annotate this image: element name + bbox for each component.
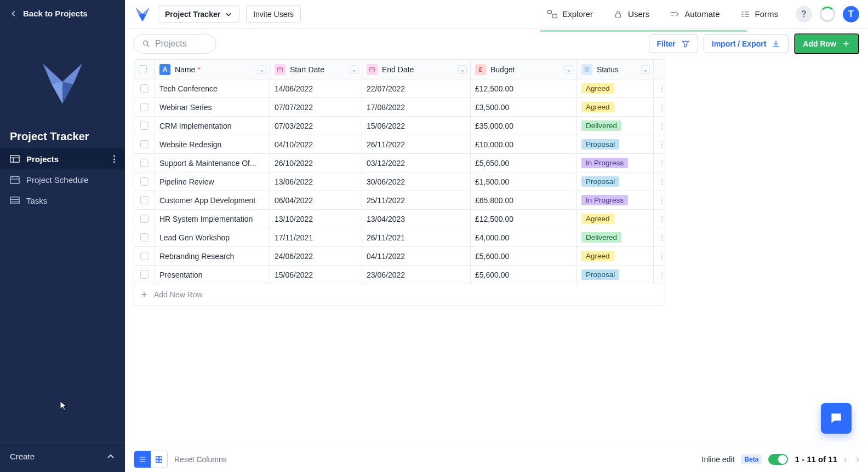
table-row[interactable]: CRM Implementation07/03/202215/06/2022£3… <box>134 117 665 135</box>
table-row[interactable]: Tech Conference14/06/202222/07/2022£12,5… <box>134 79 665 98</box>
search-input[interactable]: Projects <box>134 34 216 54</box>
row-menu[interactable]: ⋮ <box>654 172 665 191</box>
cell-budget[interactable]: £5,650.00 <box>471 154 577 172</box>
table-row[interactable]: Rebranding Research24/06/202204/11/2022£… <box>134 247 665 266</box>
cell-end-date[interactable]: 23/06/2022 <box>362 266 471 284</box>
cell-budget[interactable]: £12,500.00 <box>471 210 577 228</box>
row-menu[interactable]: ⋮ <box>654 191 665 210</box>
table-row[interactable]: HR System Implementation13/10/202213/04/… <box>134 210 665 228</box>
cell-budget[interactable]: £3,500.00 <box>471 98 577 117</box>
cell-start-date[interactable]: 04/10/2022 <box>270 135 362 154</box>
cell-status[interactable]: Proposal <box>577 172 654 191</box>
invite-users-button[interactable]: Invite Users <box>246 5 301 23</box>
cell-start-date[interactable]: 13/06/2022 <box>270 172 362 191</box>
cell-start-date[interactable]: 14/06/2022 <box>270 79 362 98</box>
row-menu[interactable]: ⋮ <box>654 210 665 228</box>
list-view-button[interactable] <box>134 451 151 468</box>
row-menu[interactable]: ⋮ <box>654 79 665 98</box>
cell-status[interactable]: Agreed <box>577 98 654 117</box>
cell-name[interactable]: CRM Implementation <box>155 117 270 135</box>
row-menu[interactable]: ⋮ <box>654 228 665 247</box>
sidebar-item-projects[interactable]: Projects⋮ <box>0 148 125 169</box>
cell-budget[interactable]: £65,800.00 <box>471 191 577 210</box>
cell-start-date[interactable]: 07/03/2022 <box>270 117 362 135</box>
cell-end-date[interactable]: 26/11/2022 <box>362 135 471 154</box>
chevron-down-icon[interactable]: ⌄ <box>564 65 573 74</box>
cell-name[interactable]: Webinar Series <box>155 98 270 117</box>
cell-end-date[interactable]: 26/11/2021 <box>362 228 471 247</box>
row-checkbox[interactable] <box>134 228 155 247</box>
help-button[interactable]: ? <box>796 6 812 22</box>
sidebar-item-tasks[interactable]: Tasks <box>0 190 125 211</box>
cell-budget[interactable]: £5,600.00 <box>471 247 577 266</box>
cell-status[interactable]: Agreed <box>577 79 654 98</box>
column-name[interactable]: A Name * ⌄ <box>155 60 270 79</box>
user-avatar[interactable]: T <box>843 6 859 22</box>
cell-status[interactable]: Delivered <box>577 228 654 247</box>
row-checkbox[interactable] <box>134 79 155 98</box>
cell-start-date[interactable]: 13/10/2022 <box>270 210 362 228</box>
cell-budget[interactable]: £10,000.00 <box>471 135 577 154</box>
cell-start-date[interactable]: 24/06/2022 <box>270 247 362 266</box>
progress-ring-icon[interactable] <box>820 7 835 22</box>
cell-status[interactable]: In Progress <box>577 191 654 210</box>
chat-fab[interactable] <box>821 403 852 434</box>
import-export-button[interactable]: Import / Export <box>704 34 789 53</box>
column-budget[interactable]: £ Budget ⌄ <box>471 60 577 79</box>
cell-status[interactable]: In Progress <box>577 154 654 172</box>
row-checkbox[interactable] <box>134 135 155 154</box>
chevron-down-icon[interactable]: ⌄ <box>350 65 358 74</box>
cell-name[interactable]: HR System Implementation <box>155 210 270 228</box>
cell-start-date[interactable]: 17/11/2021 <box>270 228 362 247</box>
cell-end-date[interactable]: 30/06/2022 <box>362 172 471 191</box>
inline-edit-toggle[interactable] <box>768 454 788 465</box>
create-button[interactable]: Create <box>0 442 125 472</box>
column-status[interactable]: Status ⌄ <box>577 60 654 79</box>
table-row[interactable]: Pipeline Review13/06/202230/06/2022£1,50… <box>134 172 665 191</box>
row-checkbox[interactable] <box>134 98 155 117</box>
next-page[interactable]: › <box>856 453 859 465</box>
cell-name[interactable]: Pipeline Review <box>155 172 270 191</box>
cell-status[interactable]: Proposal <box>577 266 654 284</box>
cell-name[interactable]: Website Redesign <box>155 135 270 154</box>
cell-name[interactable]: Presentation <box>155 266 270 284</box>
cell-start-date[interactable]: 15/06/2022 <box>270 266 362 284</box>
cell-status[interactable]: Agreed <box>577 247 654 266</box>
reset-columns[interactable]: Reset Columns <box>174 455 227 464</box>
row-checkbox[interactable] <box>134 172 155 191</box>
cell-budget[interactable]: £4,000.00 <box>471 228 577 247</box>
select-all-checkbox[interactable] <box>134 60 155 79</box>
column-start-date[interactable]: Start Date ⌄ <box>270 60 362 79</box>
add-row-button[interactable]: Add Row <box>794 33 859 54</box>
cell-start-date[interactable]: 06/04/2022 <box>270 191 362 210</box>
row-checkbox[interactable] <box>134 191 155 210</box>
column-end-date[interactable]: End Date ⌄ <box>362 60 471 79</box>
cell-status[interactable]: Agreed <box>577 210 654 228</box>
cell-status[interactable]: Proposal <box>577 135 654 154</box>
cell-budget[interactable]: £35,000.00 <box>471 117 577 135</box>
add-new-row[interactable]: Add New Row <box>134 284 665 305</box>
explorer-tab[interactable]: Explorer <box>540 5 599 24</box>
table-row[interactable]: Lead Gen Workshop17/11/202126/11/2021£4,… <box>134 228 665 247</box>
cell-end-date[interactable]: 25/11/2022 <box>362 191 471 210</box>
cell-start-date[interactable]: 26/10/2022 <box>270 154 362 172</box>
brand-icon[interactable] <box>134 6 151 22</box>
table-row[interactable]: Website Redesign04/10/202226/11/2022£10,… <box>134 135 665 154</box>
cell-budget[interactable]: £12,500.00 <box>471 79 577 98</box>
cell-name[interactable]: Support & Maintenance Of... <box>155 154 270 172</box>
cell-start-date[interactable]: 07/07/2022 <box>270 98 362 117</box>
users-tab[interactable]: Users <box>606 5 656 24</box>
row-menu[interactable]: ⋮ <box>654 247 665 266</box>
cell-status[interactable]: Delivered <box>577 117 654 135</box>
row-menu[interactable]: ⋮ <box>654 98 665 117</box>
row-menu[interactable]: ⋮ <box>654 135 665 154</box>
cell-name[interactable]: Tech Conference <box>155 79 270 98</box>
back-to-projects[interactable]: Back to Projects <box>0 0 125 27</box>
row-menu[interactable]: ⋮ <box>654 117 665 135</box>
cell-name[interactable]: Lead Gen Workshop <box>155 228 270 247</box>
chevron-down-icon[interactable]: ⌄ <box>258 65 266 74</box>
sidebar-item-project-schedule[interactable]: Project Schedule <box>0 169 125 190</box>
cell-end-date[interactable]: 03/12/2022 <box>362 154 471 172</box>
cell-end-date[interactable]: 22/07/2022 <box>362 79 471 98</box>
automate-tab[interactable]: Automate <box>663 5 726 24</box>
